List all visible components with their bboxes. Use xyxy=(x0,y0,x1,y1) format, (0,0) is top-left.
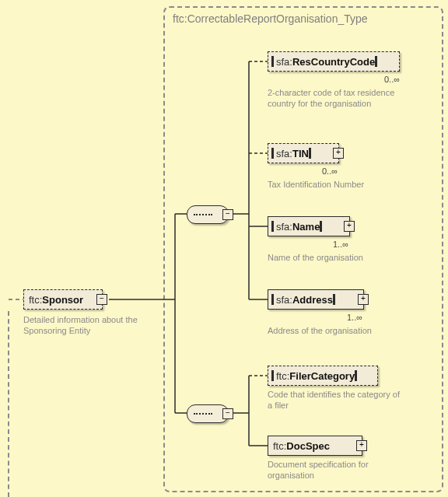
expand-icon[interactable]: + xyxy=(358,294,369,305)
desc-address: Address of the organisation xyxy=(268,325,408,336)
desc-tin: Tax Identification Number xyxy=(268,179,408,190)
ns-label: sfa: xyxy=(276,148,292,159)
ns-label: ftc: xyxy=(273,440,286,452)
type-title: ftc:CorrectableReportOrganisation_Type xyxy=(173,12,442,25)
ns-label: sfa: xyxy=(276,221,292,233)
expand-icon[interactable]: + xyxy=(356,440,367,451)
sequence-lower[interactable]: − xyxy=(187,404,229,423)
element-name: TIN xyxy=(292,148,309,159)
sequence-upper[interactable]: − xyxy=(187,205,229,224)
desc-filer: Code that identifies the category of a f… xyxy=(268,389,400,411)
element-name: Sponsor xyxy=(42,294,83,306)
vertical-dash-continuation xyxy=(8,311,9,497)
element-filer-category[interactable]: ftc:FilerCategory xyxy=(268,366,378,386)
desc-res-country: 2-character code of tax residence countr… xyxy=(268,87,400,109)
element-name: FilerCategory xyxy=(289,370,355,382)
element-docspec[interactable]: ftc:DocSpec + xyxy=(268,436,362,456)
cardinality: 0..∞ xyxy=(384,75,400,84)
desc-docspec: Document specification for organisation xyxy=(268,459,408,481)
ns-label: ftc: xyxy=(29,294,42,306)
element-name-el[interactable]: sfa:Name + xyxy=(268,216,350,236)
element-name: Name xyxy=(292,221,320,233)
expand-icon[interactable]: + xyxy=(333,148,344,159)
ns-label: sfa: xyxy=(276,294,292,306)
cardinality: 1..∞ xyxy=(333,240,348,249)
element-tin[interactable]: sfa:TIN + xyxy=(268,143,339,163)
element-name: ResCountryCode xyxy=(292,56,375,68)
desc-sponsor: Detailed information about the Sponsorin… xyxy=(23,314,148,336)
cardinality: 1..∞ xyxy=(347,313,362,322)
element-name: Address xyxy=(292,294,333,306)
expand-icon[interactable]: − xyxy=(96,294,107,305)
element-sponsor[interactable]: ftc:Sponsor − xyxy=(23,289,103,310)
element-name: DocSpec xyxy=(286,440,330,452)
cardinality: 0..∞ xyxy=(322,166,338,176)
element-address[interactable]: sfa:Address + xyxy=(268,289,364,310)
ns-label: sfa: xyxy=(276,56,292,68)
expand-icon[interactable]: − xyxy=(222,408,233,419)
element-res-country-code[interactable]: sfa:ResCountryCode xyxy=(268,51,400,72)
expand-icon[interactable]: − xyxy=(222,209,233,220)
expand-icon[interactable]: + xyxy=(344,221,355,232)
ns-label: ftc: xyxy=(276,370,289,382)
desc-name: Name of the organisation xyxy=(268,252,408,263)
